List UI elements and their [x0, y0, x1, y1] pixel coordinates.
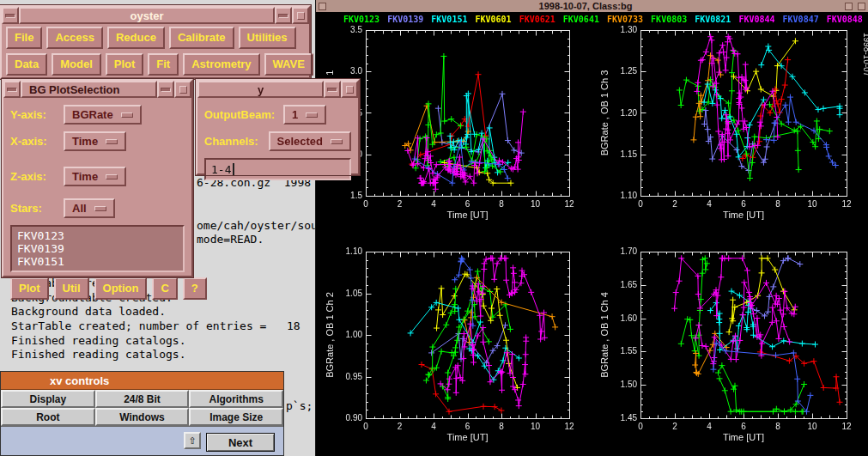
star-label: FKV0821	[695, 15, 731, 24]
root-button[interactable]: Root	[1, 408, 95, 426]
outputbeam-label: OutputBeam:	[204, 108, 283, 121]
bg-plotselection-window: BG PlotSelection Y-axis: BGRate X-axis: …	[2, 79, 193, 277]
z-axis-select[interactable]: Time	[64, 167, 126, 186]
menu-button-utilities[interactable]: Utilities	[239, 27, 296, 49]
channel-range-input[interactable]: 1-4	[204, 158, 351, 180]
channels-select[interactable]: Selected	[269, 131, 351, 151]
maximize-icon[interactable]	[174, 81, 191, 98]
option-menu-dash-icon	[121, 112, 133, 118]
image-size-button[interactable]: Image Size	[189, 408, 283, 426]
xv-file-list[interactable]: ⇧ Next	[1, 426, 283, 455]
x-axis-label: X-axis:	[10, 135, 64, 148]
minimize-icon[interactable]	[324, 81, 341, 98]
menu-button-astrometry[interactable]: Astrometry	[183, 53, 259, 76]
star-label: FKV0621	[519, 15, 555, 24]
star-listbox: FKV0123 FKV0139 FKV0151	[10, 225, 185, 272]
star-list-item[interactable]: FKV0151	[17, 255, 178, 268]
dash-icon	[5, 14, 15, 18]
stars-label: Stars:	[10, 202, 64, 215]
z-axis-label: Z-axis:	[10, 170, 64, 183]
minimize-icon[interactable]	[275, 7, 292, 24]
menu-button-data[interactable]: Data	[6, 53, 47, 76]
next-button[interactable]: Next	[206, 433, 275, 452]
y-dialog-titlebar: y	[197, 81, 358, 98]
oyster-titlebar: oyster	[2, 7, 309, 24]
window-menu-icon[interactable]	[2, 7, 19, 24]
bg-plotselection-buttons: Plot Util Option C ?	[3, 272, 191, 300]
star-list-item[interactable]: FKV0139	[17, 242, 178, 255]
x-axis-field: X-axis: Time	[3, 131, 191, 151]
option-menu-dash-icon	[106, 139, 118, 144]
star-label: FKV0601	[475, 15, 511, 24]
channels-field: Channels: Selected	[197, 131, 358, 151]
dash-icon	[278, 14, 288, 18]
terminal-line: mode=READ.	[197, 233, 264, 246]
star-label: FKV0733	[607, 15, 643, 24]
window-menu-icon[interactable]	[319, 3, 326, 10]
option-menu-dash-icon	[306, 112, 318, 118]
terminal-line: Finished reading catalogs.	[11, 348, 186, 361]
menu-button-fit[interactable]: Fit	[148, 53, 179, 76]
y-axis-field: Y-axis: BGRate	[3, 105, 191, 125]
star-list-item[interactable]: FKV0123	[17, 229, 178, 242]
bit-depth-button[interactable]: 24/8 Bit	[95, 390, 190, 408]
xv-button-row-1: Display 24/8 Bit Algorithms	[1, 390, 283, 408]
util-button[interactable]: Util	[54, 277, 89, 300]
star-label: FKV0803	[651, 15, 687, 24]
terminal-line: Finished reading catalogs.	[11, 334, 186, 347]
menu-button-plot[interactable]: Plot	[106, 53, 144, 76]
oyster-menu-row-2: Data Model Plot Fit Astrometry WAVE	[2, 51, 309, 77]
menu-button-reduce[interactable]: Reduce	[107, 27, 165, 49]
plot-window-titlebar: 1998-10-07, Class:bg	[316, 0, 868, 12]
menu-button-calibrate[interactable]: Calibrate	[169, 27, 234, 49]
y-axis-label: Y-axis:	[10, 108, 64, 121]
minimize-icon[interactable]	[845, 3, 853, 10]
window-menu-icon[interactable]	[3, 81, 21, 98]
channel-range-value: 1-4	[211, 163, 231, 176]
stars-select[interactable]: All	[64, 198, 115, 218]
terminal-line: Background data loaded.	[11, 305, 166, 318]
plot-button[interactable]: Plot	[10, 277, 49, 300]
oyster-window: oyster File Access Reduce Calibrate Util…	[0, 5, 311, 79]
maximize-icon[interactable]	[292, 7, 309, 24]
menu-button-access[interactable]: Access	[46, 27, 103, 49]
maximize-icon[interactable]	[341, 81, 358, 98]
x-axis-value: Time	[72, 135, 98, 148]
plot-area: FKV0123 FKV0139 FKV0151 FKV0601 FKV0621 …	[316, 12, 868, 456]
star-label: FKV0847	[783, 15, 819, 24]
outputbeam-field: OutputBeam: 1	[197, 105, 358, 125]
xv-button-row-2: Root Windows Image Size	[1, 408, 283, 426]
option-button[interactable]: Option	[94, 277, 148, 300]
dash-icon	[327, 88, 337, 92]
bg-plotselection-title: BG PlotSelection	[21, 81, 157, 98]
star-legend-row: FKV0123 FKV0139 FKV0151 FKV0601 FKV0621 …	[343, 15, 863, 24]
dash-icon	[7, 88, 17, 92]
star-label: FKV0139	[387, 15, 423, 24]
menu-button-model[interactable]: Model	[52, 53, 101, 76]
y-axis-select[interactable]: BGRate	[64, 105, 142, 125]
star-label: FKV0848	[827, 15, 863, 24]
help-button[interactable]: ?	[183, 277, 207, 300]
outputbeam-select[interactable]: 1	[283, 105, 326, 125]
star-label: FKV0123	[343, 15, 379, 24]
minimize-icon[interactable]	[157, 81, 174, 98]
xv-controls-title: xv controls	[50, 374, 109, 387]
y-axis-value: BGRate	[72, 108, 113, 121]
channels-label: Channels:	[204, 135, 269, 148]
maximize-icon[interactable]	[858, 3, 865, 10]
option-menu-dash-icon	[106, 174, 118, 179]
algorithms-button[interactable]: Algorithms	[189, 390, 283, 408]
stars-field: Stars: All	[3, 198, 191, 218]
windows-button[interactable]: Windows	[95, 408, 190, 426]
scroll-up-button[interactable]: ⇧	[184, 432, 201, 449]
x-axis-select[interactable]: Time	[64, 131, 126, 151]
menu-button-file[interactable]: File	[6, 27, 42, 49]
c-button[interactable]: C	[152, 277, 177, 300]
display-button[interactable]: Display	[1, 390, 95, 408]
outputbeam-value: 1	[292, 108, 298, 121]
square-icon	[179, 86, 187, 94]
menu-button-wave[interactable]: WAVE	[264, 53, 313, 76]
y-dialog-title: y	[197, 81, 324, 98]
stars-value: All	[72, 202, 87, 215]
plot-window: 1998-10-07, Class:bg FKV0123 FKV0139 FKV…	[315, 0, 868, 456]
